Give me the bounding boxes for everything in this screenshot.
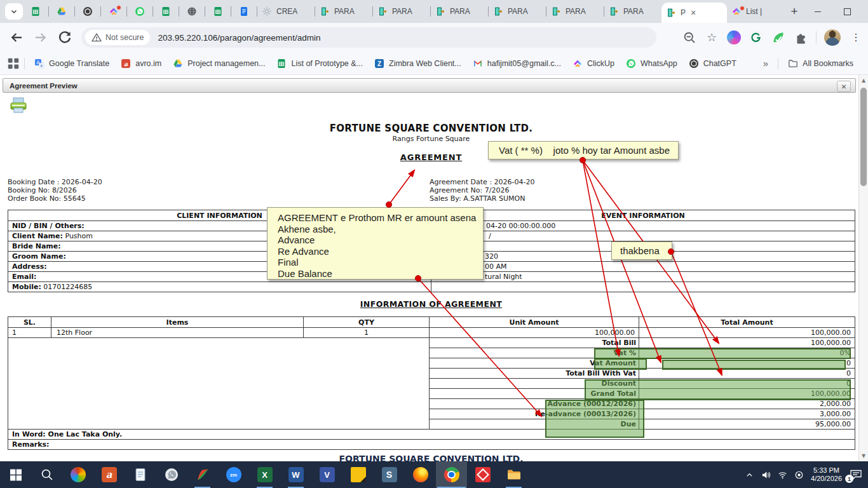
new-tab-button[interactable]: + <box>785 3 803 20</box>
tab-para-4[interactable]: PARA <box>489 0 546 23</box>
event-info-fragment: / <box>489 232 491 240</box>
tab-para-2[interactable]: PARA <box>373 0 430 23</box>
tab-para-1[interactable]: PARA <box>315 0 372 23</box>
menu-kebab-icon[interactable]: ⋮ <box>849 30 863 44</box>
taskbar-zoom-button[interactable]: zm <box>218 461 249 488</box>
tab-para-5[interactable]: PARA <box>546 0 604 23</box>
taskbar-search-button[interactable] <box>31 461 62 488</box>
scroll-up-arrow[interactable]: ▲ <box>859 76 868 85</box>
extensions-puzzle-icon[interactable] <box>794 30 808 44</box>
taskbar-chrome-button[interactable] <box>436 461 467 488</box>
taskbar-firefox-button[interactable] <box>405 461 436 488</box>
pinned-tab-drive-1[interactable] <box>49 0 74 23</box>
scroll-down-arrow[interactable]: ▼ <box>859 452 868 460</box>
sheets-icon <box>31 6 41 17</box>
event-info-fragment: tural Night <box>485 273 522 281</box>
all-bookmarks-button[interactable]: All Bookmarks <box>782 56 859 71</box>
taskbar-start-button[interactable] <box>0 461 31 488</box>
leaf-extension-icon[interactable] <box>771 30 785 44</box>
taskbar-word-button[interactable]: W <box>280 461 311 488</box>
tab-close-icon[interactable]: × <box>691 8 696 17</box>
url-text: 203.95.220.106/paragon/agreement/admin <box>158 33 320 43</box>
network-wifi-icon[interactable] <box>778 470 787 480</box>
browser-window: CREAPARAPARAPARAPARAPARAPARAP×List | + ✕… <box>0 0 868 488</box>
taskbar-s-app-button[interactable]: S <box>374 461 405 488</box>
bookmark-item-6[interactable]: ClickUp <box>567 56 620 71</box>
pinned-tab-whatsapp-4[interactable] <box>127 0 153 23</box>
bookmark-item-4[interactable]: ZZimbra Web Client... <box>369 56 467 71</box>
taskbar-whatsapp-desktop-button[interactable] <box>156 461 187 488</box>
grammarly-extension-icon[interactable] <box>749 30 763 44</box>
items-table-header: Items <box>51 317 304 328</box>
highlight-advance-labels <box>545 400 644 438</box>
avro-icon: a <box>121 58 131 69</box>
bookmarks-divider <box>24 58 25 69</box>
tab-para-6[interactable]: PARA <box>604 0 661 23</box>
bookmark-item-8[interactable]: ChatGPT <box>683 56 742 71</box>
pinned-tab-sheets-0[interactable] <box>23 0 48 23</box>
volume-icon[interactable] <box>761 470 771 480</box>
pinned-tab-clickup-3[interactable] <box>101 0 126 23</box>
pinned-tab-docs-8[interactable] <box>231 0 257 23</box>
taskbar-notepad-button[interactable] <box>125 461 156 488</box>
bookmark-label: ChatGPT <box>703 59 736 68</box>
tray-app-icon[interactable] <box>794 470 804 480</box>
reload-button[interactable] <box>57 30 72 45</box>
window-restore-button[interactable] <box>832 0 862 23</box>
notification-badge: 1 <box>845 475 853 483</box>
agreement-line: Sales By: A.SATTAR SUMON <box>430 194 535 203</box>
taskbar-clock[interactable]: 5:33 PM 4/20/2026 <box>811 466 842 484</box>
bookmark-item-2[interactable]: Project managemen... <box>167 56 271 71</box>
taskbar-avro-keyboard-button[interactable]: a <box>93 461 125 488</box>
apps-grid-icon[interactable] <box>6 57 20 71</box>
pinned-tab-globe-6[interactable] <box>179 0 205 23</box>
sticky-notes-icon <box>351 467 366 482</box>
panel-close-button[interactable]: ✕ <box>837 81 851 92</box>
scrollbar-thumb[interactable] <box>860 88 867 186</box>
back-button[interactable] <box>9 30 24 45</box>
tray-expand-icon[interactable] <box>745 470 754 480</box>
taskbar-anydesk-button[interactable] <box>467 461 498 488</box>
taskbar-sticky-notes-button[interactable] <box>342 461 374 488</box>
sheets-icon <box>161 6 171 17</box>
pinned-tab-sheets-5[interactable] <box>153 0 179 23</box>
summary-value: 100,000.00 <box>639 338 855 348</box>
page-scrollbar[interactable]: ▲ ▼ <box>858 75 868 461</box>
pinned-tab-sheets-7[interactable] <box>205 0 231 23</box>
security-chip[interactable]: Not secure <box>85 30 150 45</box>
bookmark-label: ClickUp <box>587 59 614 68</box>
tab-para-3[interactable]: PARA <box>431 0 488 23</box>
taskbar-visio-button[interactable]: V <box>311 461 342 488</box>
profile-avatar[interactable] <box>824 29 841 46</box>
panel-title: Agreement Preview <box>10 82 78 90</box>
window-close-button[interactable]: ✕ <box>862 0 868 23</box>
taskbar-file-explorer-button[interactable] <box>498 461 529 488</box>
window-minimize-button[interactable] <box>803 0 832 23</box>
tab-search-chevron-button[interactable] <box>5 3 23 20</box>
bookmarks-overflow-button[interactable]: » <box>757 55 774 71</box>
bookmark-item-3[interactable]: List of Prototype &... <box>271 56 369 71</box>
action-center-button[interactable]: 1 <box>849 468 863 481</box>
tab-p-7[interactable]: P× <box>661 3 727 23</box>
zoom-indicator-icon[interactable] <box>682 30 696 44</box>
taskbar-copilot-button[interactable] <box>62 461 93 488</box>
tab-list--8[interactable]: List | <box>727 0 783 23</box>
forward-button[interactable] <box>33 30 48 45</box>
items-table-header: QTY <box>304 317 430 328</box>
bookmark-star-icon[interactable]: ☆ <box>705 30 719 44</box>
browser-toolbar: Not secure 203.95.220.106/paragon/agreem… <box>0 23 868 52</box>
bookmark-item-0[interactable]: AaGoogle Translate <box>29 56 115 71</box>
bookmark-item-1[interactable]: aavro.im <box>115 56 167 71</box>
bookmark-item-5[interactable]: hafijmit05@gmail.c... <box>467 56 567 71</box>
taskbar-excel-button[interactable]: X <box>249 461 280 488</box>
address-bar[interactable]: Not secure 203.95.220.106/paragon/agreem… <box>81 27 656 48</box>
tab-strip: CREAPARAPARAPARAPARAPARAPARAP×List | + ✕ <box>0 0 868 23</box>
tab-crea-0[interactable]: CREA <box>257 0 315 23</box>
svg-text:Z: Z <box>377 60 381 67</box>
taskbar-feather-app-button[interactable] <box>187 461 218 488</box>
extension-gradient-icon[interactable] <box>727 30 741 44</box>
agreement-heading: AGREEMENT <box>8 152 855 162</box>
pinned-tab-chatgpt-2[interactable] <box>75 0 100 23</box>
print-button[interactable] <box>9 97 28 114</box>
bookmark-item-7[interactable]: WhatsApp <box>620 56 683 71</box>
